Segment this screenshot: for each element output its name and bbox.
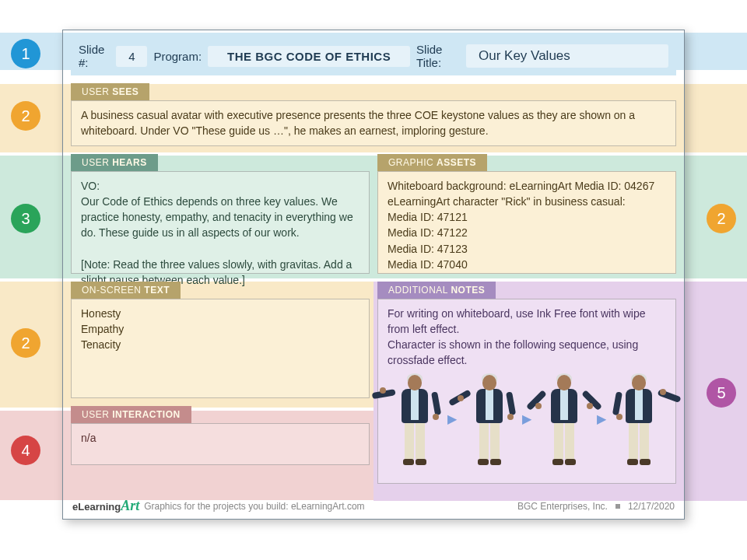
panel-graphic-assets-header: GRAPHIC ASSETS bbox=[377, 154, 487, 171]
label-strong: TEXT bbox=[144, 285, 170, 296]
program-field[interactable]: THE BGC CODE OF ETHICS bbox=[208, 46, 410, 67]
panel-user-hears-header: USER HEARS bbox=[71, 154, 158, 171]
panel-user-sees-body: A business casual avatar with executive … bbox=[71, 100, 676, 146]
label-strong: HEARS bbox=[112, 157, 147, 168]
slide-no-field[interactable]: 4 bbox=[116, 46, 147, 67]
label-pre: USER bbox=[82, 86, 112, 97]
slide-no-label: Slide #: bbox=[79, 43, 110, 69]
panel-onscreen-text-header: ON-SCREEN TEXT bbox=[71, 282, 181, 299]
callout-2-right: 2 bbox=[707, 204, 736, 233]
title-field[interactable]: Our Key Values bbox=[466, 44, 668, 68]
character-sequence: ▶ ▶ ▶ bbox=[388, 373, 666, 465]
sequence-arrow-icon: ▶ bbox=[597, 410, 606, 428]
title-label: Slide Title: bbox=[416, 43, 460, 69]
character-pose-4 bbox=[615, 373, 663, 465]
label-pre: USER bbox=[82, 409, 112, 420]
callout-2-left-mid: 2 bbox=[11, 328, 40, 358]
footer-company: BGC Enterprises, Inc. bbox=[517, 501, 608, 512]
label-strong: SEES bbox=[112, 86, 139, 97]
logo-text-a: eLearning bbox=[72, 501, 121, 513]
footer: eLearningArt Graphics for the projects y… bbox=[72, 498, 675, 514]
character-pose-3 bbox=[540, 373, 588, 465]
character-pose-2 bbox=[465, 373, 514, 465]
callout-3: 3 bbox=[11, 204, 40, 233]
label-pre: ON-SCREEN bbox=[82, 285, 144, 296]
notes-text: For writing on whiteboard, use Ink Free … bbox=[388, 306, 666, 369]
panel-additional-notes-body: For writing on whiteboard, use Ink Free … bbox=[377, 299, 676, 484]
panel-onscreen-text: ON-SCREEN TEXT Honesty Empathy Tenacity bbox=[71, 282, 370, 398]
callout-1: 1 bbox=[11, 39, 40, 68]
label-strong: ASSETS bbox=[437, 157, 476, 168]
footer-tagline: Graphics for the projects you build: eLe… bbox=[144, 501, 364, 512]
sequence-arrow-icon: ▶ bbox=[447, 410, 457, 428]
panel-user-interaction-header: USER INTERACTION bbox=[71, 406, 191, 423]
label-strong: NOTES bbox=[451, 285, 485, 296]
callout-2-left-top: 2 bbox=[11, 101, 40, 131]
label-pre: GRAPHIC bbox=[388, 157, 437, 168]
panel-graphic-assets: GRAPHIC ASSETS Whiteboard background: eL… bbox=[377, 154, 676, 274]
label-strong: INTERACTION bbox=[112, 409, 181, 420]
panel-user-sees-header: USER SEES bbox=[71, 83, 149, 100]
storyboard-card: Slide #: 4 Program: THE BGC CODE OF ETHI… bbox=[62, 30, 685, 520]
footer-logo: eLearningArt bbox=[72, 498, 139, 514]
panel-additional-notes: ADDITIONAL NOTES For writing on whiteboa… bbox=[377, 282, 676, 484]
label-pre: USER bbox=[82, 157, 112, 168]
panel-user-hears-body: VO: Our Code of Ethics depends on three … bbox=[71, 171, 370, 274]
panel-onscreen-text-body: Honesty Empathy Tenacity bbox=[71, 299, 370, 398]
header-bar: Slide #: 4 Program: THE BGC CODE OF ETHI… bbox=[71, 37, 676, 75]
panel-additional-notes-header: ADDITIONAL NOTES bbox=[377, 282, 496, 299]
label-pre: ADDITIONAL bbox=[388, 285, 451, 296]
character-pose-1 bbox=[391, 373, 439, 465]
panel-user-hears: USER HEARS VO: Our Code of Ethics depend… bbox=[71, 154, 370, 274]
panel-user-interaction-body: n/a bbox=[71, 423, 370, 465]
sequence-arrow-icon: ▶ bbox=[522, 410, 531, 428]
panel-graphic-assets-body: Whiteboard background: eLearningArt Medi… bbox=[377, 171, 676, 274]
callout-4: 4 bbox=[11, 436, 40, 465]
program-label: Program: bbox=[153, 50, 202, 63]
logo-text-b: Art bbox=[121, 498, 139, 513]
footer-separator-icon bbox=[615, 504, 620, 509]
panel-user-sees: USER SEES A business casual avatar with … bbox=[71, 83, 676, 146]
panel-user-interaction: USER INTERACTION n/a bbox=[71, 406, 370, 465]
footer-date: 12/17/2020 bbox=[628, 501, 675, 512]
callout-5: 5 bbox=[707, 378, 736, 408]
